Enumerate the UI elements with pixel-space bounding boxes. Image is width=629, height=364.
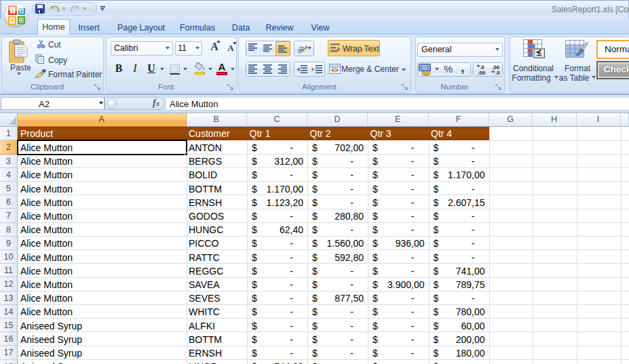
svg-text:.0: .0 — [495, 70, 500, 75]
svg-text:.00: .00 — [478, 70, 486, 75]
